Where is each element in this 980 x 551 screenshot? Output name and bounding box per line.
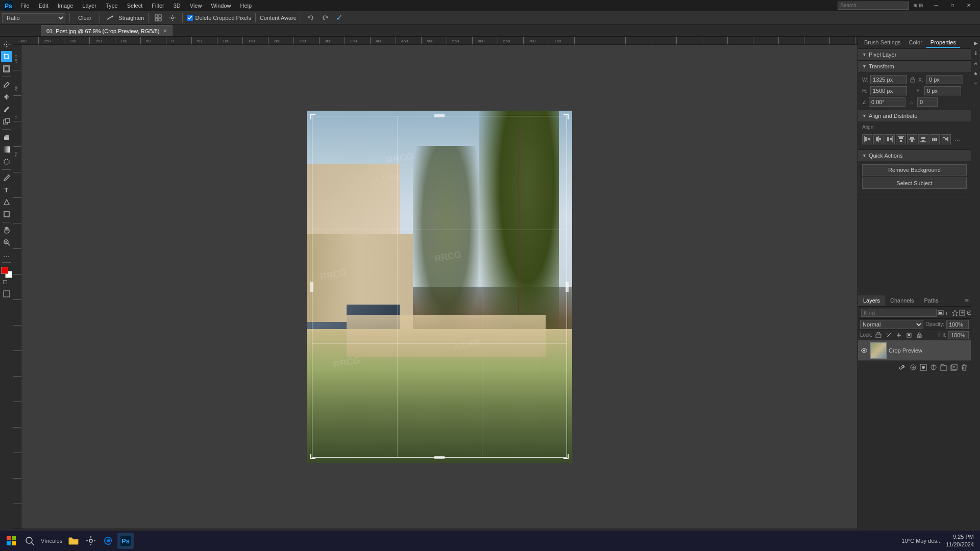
mini-info-btn[interactable]: ℹ bbox=[972, 49, 980, 57]
tab-brush-settings[interactable]: Brush Settings bbox=[860, 38, 905, 48]
taskbar-file-explorer[interactable] bbox=[65, 533, 82, 549]
grid-icon-button[interactable] bbox=[153, 12, 164, 23]
tab-color[interactable]: Color bbox=[905, 38, 926, 48]
tool-eraser[interactable] bbox=[1, 132, 12, 143]
maximize-button[interactable]: □ bbox=[944, 0, 961, 11]
opacity-input[interactable] bbox=[946, 320, 969, 329]
lock-image-icon[interactable] bbox=[885, 331, 893, 339]
mini-star-btn[interactable]: ★ bbox=[972, 69, 980, 78]
blend-mode-select[interactable]: Normal Multiply Screen Overlay bbox=[860, 320, 923, 329]
angle-input[interactable] bbox=[869, 97, 905, 107]
minimize-button[interactable]: ─ bbox=[928, 0, 944, 11]
tab-properties[interactable]: Properties bbox=[926, 38, 960, 48]
lock-transparent-icon[interactable] bbox=[874, 331, 883, 339]
mini-play-btn[interactable]: ▶ bbox=[972, 39, 980, 47]
tool-blur[interactable] bbox=[1, 156, 12, 167]
taskbar-settings[interactable] bbox=[83, 533, 99, 549]
skew-input[interactable] bbox=[917, 97, 938, 107]
link-icon[interactable] bbox=[909, 76, 916, 83]
title-search-input[interactable] bbox=[838, 2, 909, 10]
layer-filter-btn-2[interactable]: T bbox=[945, 308, 951, 317]
tool-healing[interactable] bbox=[1, 91, 12, 103]
confirm-crop-button[interactable]: ✓ bbox=[334, 12, 345, 23]
select-subject-button[interactable]: Select Subject bbox=[862, 178, 967, 189]
transform-header[interactable]: ▼ Transform bbox=[858, 61, 971, 72]
delete-cropped-input[interactable] bbox=[187, 15, 193, 21]
rotate-left-button[interactable] bbox=[305, 12, 316, 23]
tool-frame[interactable] bbox=[1, 63, 12, 74]
add-adjustment-btn[interactable] bbox=[929, 363, 938, 372]
layer-filter-btn-3[interactable] bbox=[952, 308, 958, 317]
layer-crop-preview[interactable]: Crop Preview bbox=[858, 340, 971, 361]
close-button[interactable]: ✕ bbox=[961, 0, 977, 11]
mini-text-btn[interactable]: A bbox=[972, 59, 980, 67]
delete-layer-btn[interactable] bbox=[960, 363, 969, 372]
layers-tab-layers[interactable]: Layers bbox=[858, 295, 885, 306]
tool-path-select[interactable] bbox=[1, 196, 12, 208]
tool-mode-switch[interactable] bbox=[1, 288, 12, 299]
color-swatches[interactable] bbox=[1, 267, 12, 278]
menu-view[interactable]: View bbox=[186, 2, 206, 10]
lock-position-icon[interactable] bbox=[895, 331, 903, 339]
settings-icon-button[interactable] bbox=[167, 12, 178, 23]
menu-image[interactable]: Image bbox=[54, 2, 78, 10]
menu-file[interactable]: File bbox=[16, 2, 34, 10]
rotate-right-button[interactable] bbox=[320, 12, 331, 23]
layers-tab-paths[interactable]: Paths bbox=[919, 295, 944, 306]
tool-rect-shape[interactable] bbox=[1, 209, 12, 220]
mini-layers-btn[interactable]: ≡ bbox=[972, 80, 980, 88]
align-left-edge[interactable] bbox=[862, 134, 872, 144]
taskbar-search[interactable] bbox=[21, 533, 38, 549]
y-input[interactable] bbox=[924, 86, 961, 95]
tool-zoom[interactable] bbox=[1, 237, 12, 248]
align-top-edge[interactable] bbox=[896, 134, 906, 144]
tool-pen[interactable] bbox=[1, 172, 12, 183]
h-input[interactable] bbox=[870, 86, 907, 95]
menu-edit[interactable]: Edit bbox=[35, 2, 53, 10]
new-layer-btn[interactable] bbox=[949, 363, 959, 372]
pixel-layer-header[interactable]: ▼ Pixel Layer bbox=[858, 49, 971, 60]
delete-cropped-checkbox[interactable]: Delete Cropped Pixels bbox=[187, 15, 251, 21]
align-center-h[interactable] bbox=[873, 134, 884, 144]
straighten-button[interactable] bbox=[104, 12, 115, 23]
layer-filter-btn-4[interactable] bbox=[959, 308, 965, 317]
distribute-left[interactable] bbox=[929, 134, 940, 144]
distribute-right[interactable] bbox=[941, 134, 951, 144]
layer-filter-btn-5[interactable] bbox=[966, 308, 971, 317]
taskbar-clock[interactable]: 9:25 PM 11/20/2024 bbox=[946, 533, 974, 549]
close-tab-button[interactable]: ✕ bbox=[163, 28, 167, 34]
menu-window[interactable]: Window bbox=[207, 2, 235, 10]
align-center-v[interactable] bbox=[907, 134, 917, 144]
fill-input[interactable] bbox=[948, 331, 969, 339]
layers-search-input[interactable] bbox=[861, 309, 937, 317]
taskbar-edge[interactable] bbox=[100, 533, 116, 549]
taskbar-photoshop[interactable]: Ps bbox=[117, 533, 134, 549]
tool-gradient[interactable] bbox=[1, 144, 12, 155]
remove-background-button[interactable]: Remove Background bbox=[862, 164, 967, 176]
tool-hand[interactable] bbox=[1, 224, 12, 236]
layer-filter-btn-1[interactable] bbox=[938, 308, 944, 317]
align-right-edge[interactable] bbox=[885, 134, 895, 144]
x-input[interactable] bbox=[926, 75, 963, 84]
tool-eyedropper[interactable] bbox=[1, 79, 12, 90]
align-more-btn[interactable]: … bbox=[954, 134, 961, 144]
clear-button[interactable]: Clear bbox=[74, 14, 95, 22]
tool-extra[interactable]: … bbox=[1, 249, 12, 260]
tool-crop[interactable] bbox=[1, 51, 12, 62]
swap-colors[interactable] bbox=[3, 280, 10, 287]
align-bottom-edge[interactable] bbox=[918, 134, 928, 144]
menu-filter[interactable]: Filter bbox=[148, 2, 168, 10]
menu-layer[interactable]: Layer bbox=[78, 2, 101, 10]
foreground-color-swatch[interactable] bbox=[1, 267, 8, 274]
link-layers-btn[interactable] bbox=[898, 363, 908, 372]
ratio-select[interactable]: Ratio W x H x Resolution Original Ratio bbox=[2, 13, 65, 22]
new-group-btn[interactable] bbox=[939, 363, 948, 372]
quick-actions-header[interactable]: ▼ Quick Actions bbox=[858, 150, 971, 161]
menu-select[interactable]: Select bbox=[123, 2, 147, 10]
tool-text[interactable]: T bbox=[1, 184, 12, 195]
menu-type[interactable]: Type bbox=[102, 2, 122, 10]
w-input[interactable] bbox=[870, 75, 907, 84]
tool-clone[interactable] bbox=[1, 116, 12, 127]
add-mask-btn[interactable] bbox=[919, 363, 928, 372]
active-tab[interactable]: 01_Post.jpg @ 67.9% (Crop Preview, RGB/8… bbox=[41, 25, 173, 36]
